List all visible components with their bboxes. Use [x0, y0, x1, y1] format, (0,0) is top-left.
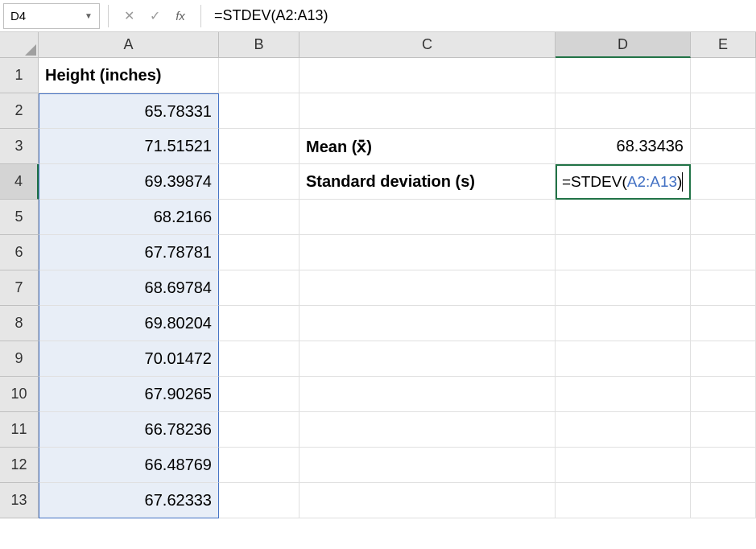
cell-a5[interactable]: 68.2166 — [39, 200, 219, 235]
cell-b1[interactable] — [219, 58, 300, 93]
cell-c12[interactable] — [300, 448, 556, 483]
cell-d8[interactable] — [556, 306, 691, 341]
name-box[interactable]: D4 ▼ — [3, 3, 100, 29]
row-header-3[interactable]: 3 — [0, 129, 39, 164]
cell-c2[interactable] — [300, 93, 556, 129]
col-header-b[interactable]: B — [219, 32, 300, 58]
cell-d4-formula: =STDEV(A2:A13) — [562, 173, 682, 191]
cell-b3[interactable] — [219, 129, 300, 164]
cell-a3[interactable]: 71.51521 — [39, 129, 219, 164]
row-header-13[interactable]: 13 — [0, 483, 39, 518]
cell-b6[interactable] — [219, 235, 300, 270]
col-header-a[interactable]: A — [39, 32, 219, 58]
cell-d6[interactable] — [556, 235, 691, 270]
cell-d13[interactable] — [556, 483, 691, 518]
cell-c7[interactable] — [300, 270, 556, 306]
cell-b7[interactable] — [219, 270, 300, 306]
cell-e2[interactable] — [691, 93, 756, 129]
cell-b2[interactable] — [219, 93, 300, 129]
col-header-c[interactable]: C — [300, 32, 556, 58]
cell-b10[interactable] — [219, 377, 300, 412]
spreadsheet-grid: A B C D E 1 Height (inches) 2 65.78331 3… — [0, 32, 756, 518]
row-header-2[interactable]: 2 — [0, 93, 39, 129]
divider — [108, 5, 109, 27]
cell-b11[interactable] — [219, 412, 300, 448]
row-header-1[interactable]: 1 — [0, 58, 39, 93]
cell-b12[interactable] — [219, 448, 300, 483]
cell-a9[interactable]: 70.01472 — [39, 341, 219, 377]
cell-a11[interactable]: 66.78236 — [39, 412, 219, 448]
cell-c5[interactable] — [300, 200, 556, 235]
confirm-icon[interactable]: ✓ — [147, 9, 162, 23]
col-header-e[interactable]: E — [691, 32, 756, 58]
cell-b8[interactable] — [219, 306, 300, 341]
cell-e12[interactable] — [691, 448, 756, 483]
cell-d3[interactable]: 68.33436 — [556, 129, 691, 164]
cell-a10[interactable]: 67.90265 — [39, 377, 219, 412]
fx-icon[interactable]: fx — [173, 9, 188, 23]
row-header-5[interactable]: 5 — [0, 200, 39, 235]
cell-d7[interactable] — [556, 270, 691, 306]
cell-d4-active[interactable]: =STDEV(A2:A13) — [556, 164, 691, 200]
cell-a12[interactable]: 66.48769 — [39, 448, 219, 483]
cell-e5[interactable] — [691, 200, 756, 235]
name-box-value: D4 — [10, 9, 26, 23]
formula-input[interactable] — [206, 3, 756, 29]
row-header-6[interactable]: 6 — [0, 235, 39, 270]
formula-bar: D4 ▼ ✕ ✓ fx — [0, 0, 756, 32]
cancel-icon[interactable]: ✕ — [122, 9, 136, 23]
cell-a13[interactable]: 67.62333 — [39, 483, 219, 518]
row-header-7[interactable]: 7 — [0, 270, 39, 306]
cell-b5[interactable] — [219, 200, 300, 235]
cell-d5[interactable] — [556, 200, 691, 235]
cell-e9[interactable] — [691, 341, 756, 377]
cell-e7[interactable] — [691, 270, 756, 306]
cell-c8[interactable] — [300, 306, 556, 341]
cell-a7[interactable]: 68.69784 — [39, 270, 219, 306]
cell-c3[interactable]: Mean (x̄) — [300, 129, 556, 164]
cell-e1[interactable] — [691, 58, 756, 93]
cell-c13[interactable] — [300, 483, 556, 518]
cell-e10[interactable] — [691, 377, 756, 412]
row-header-10[interactable]: 10 — [0, 377, 39, 412]
cell-d1[interactable] — [556, 58, 691, 93]
cell-e8[interactable] — [691, 306, 756, 341]
cell-c4[interactable]: Standard deviation (s) — [300, 164, 556, 200]
cell-c10[interactable] — [300, 377, 556, 412]
divider — [200, 5, 201, 27]
text-cursor — [682, 172, 683, 192]
select-all-corner[interactable] — [0, 32, 39, 58]
cell-d2[interactable] — [556, 93, 691, 129]
cell-b4[interactable] — [219, 164, 300, 200]
cell-c11[interactable] — [300, 412, 556, 448]
row-header-12[interactable]: 12 — [0, 448, 39, 483]
cell-e13[interactable] — [691, 483, 756, 518]
formula-bar-buttons: ✕ ✓ fx — [114, 9, 196, 23]
cell-a4[interactable]: 69.39874 — [39, 164, 219, 200]
row-header-8[interactable]: 8 — [0, 306, 39, 341]
col-header-d[interactable]: D — [556, 32, 691, 58]
corner-triangle-icon — [25, 44, 36, 56]
cell-c9[interactable] — [300, 341, 556, 377]
cell-d12[interactable] — [556, 448, 691, 483]
cell-a8[interactable]: 69.80204 — [39, 306, 219, 341]
cell-a2[interactable]: 65.78331 — [39, 93, 219, 129]
row-header-9[interactable]: 9 — [0, 341, 39, 377]
name-box-dropdown-icon[interactable]: ▼ — [85, 11, 93, 20]
cell-d11[interactable] — [556, 412, 691, 448]
cell-e11[interactable] — [691, 412, 756, 448]
cell-b9[interactable] — [219, 341, 300, 377]
cell-a6[interactable]: 67.78781 — [39, 235, 219, 270]
cell-c1[interactable] — [300, 58, 556, 93]
row-header-11[interactable]: 11 — [0, 412, 39, 448]
cell-d9[interactable] — [556, 341, 691, 377]
cell-e6[interactable] — [691, 235, 756, 270]
cell-b13[interactable] — [219, 483, 300, 518]
cell-d10[interactable] — [556, 377, 691, 412]
cell-e4[interactable] — [691, 164, 756, 200]
cell-e3[interactable] — [691, 129, 756, 164]
cell-c6[interactable] — [300, 235, 556, 270]
cell-a1[interactable]: Height (inches) — [39, 58, 219, 93]
row-header-4[interactable]: 4 — [0, 164, 39, 200]
